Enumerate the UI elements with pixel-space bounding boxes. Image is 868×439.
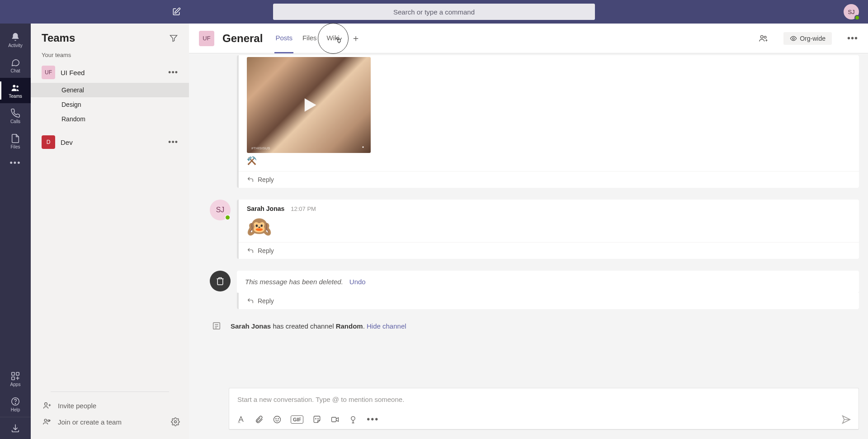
team-name: UI Feed: [61, 69, 85, 76]
channel-created-icon: [212, 321, 224, 331]
meet-now-icon[interactable]: [330, 415, 340, 424]
user-avatar[interactable]: SJ: [844, 4, 859, 19]
channel-design[interactable]: Design: [31, 97, 189, 112]
rail-apps[interactable]: Apps: [0, 366, 31, 391]
tab-wiki[interactable]: Wiki: [326, 24, 340, 53]
compose-input[interactable]: Start a new conversation. Type @ to ment…: [229, 388, 859, 410]
rail-chat[interactable]: Chat: [0, 52, 31, 78]
invite-people-link[interactable]: Invite people: [40, 397, 180, 414]
team-badge: UF: [42, 66, 55, 79]
message-card: #THISISUS ⚒️ Reply: [237, 55, 859, 188]
rail-more[interactable]: •••: [0, 154, 31, 172]
rail-activity[interactable]: Activity: [0, 27, 31, 52]
title-bar: Search or type a command SJ: [0, 0, 868, 24]
svg-point-12: [764, 36, 766, 38]
format-icon[interactable]: [236, 415, 245, 424]
reply-button[interactable]: Reply: [239, 293, 859, 309]
svg-point-15: [274, 416, 281, 423]
message-avatar[interactable]: SJ: [210, 200, 231, 220]
reaction[interactable]: ⚒️: [247, 156, 851, 166]
message-card: Sarah Jonas 12:07 PM 🙉 Reply: [237, 200, 859, 259]
tab-posts[interactable]: Posts: [274, 24, 293, 53]
reply-icon: [247, 176, 254, 183]
sidebar-title: Teams: [42, 32, 75, 44]
send-icon[interactable]: [841, 415, 851, 425]
team-name: Dev: [61, 138, 73, 146]
search-input[interactable]: Search or type a command: [273, 4, 595, 20]
svg-rect-2: [12, 372, 14, 375]
svg-point-18: [316, 418, 316, 419]
svg-point-1: [16, 86, 18, 87]
svg-point-21: [351, 416, 355, 420]
filter-icon[interactable]: [169, 33, 178, 43]
rail-files[interactable]: Files: [0, 129, 31, 154]
rail-download[interactable]: [0, 417, 31, 439]
system-message: Sarah Jonas has created channel Random. …: [210, 315, 859, 337]
sticker-icon[interactable]: [312, 415, 321, 424]
join-create-team-link[interactable]: Join or create a team: [40, 414, 123, 430]
attach-icon[interactable]: [255, 415, 264, 424]
compose-more-icon[interactable]: •••: [367, 414, 379, 425]
play-icon: [299, 95, 319, 115]
channel-general[interactable]: General: [31, 83, 189, 97]
reply-button[interactable]: Reply: [239, 171, 859, 188]
svg-point-10: [175, 421, 177, 423]
gif-icon[interactable]: GIF: [291, 415, 303, 424]
channel-header: UF General Posts Files Wiki ＋ Org-wide •…: [189, 24, 868, 53]
deleted-avatar: [210, 271, 231, 291]
reply-icon: [247, 297, 254, 305]
deleted-message: This message has been deleted. Undo: [237, 271, 859, 293]
main-area: UF General Posts Files Wiki ＋ Org-wide •…: [189, 24, 868, 439]
message-author: Sarah Jonas: [247, 205, 284, 212]
emoji-icon[interactable]: [273, 415, 282, 424]
team-more-icon[interactable]: •••: [168, 68, 178, 77]
svg-point-6: [15, 403, 15, 403]
app-rail: Activity Chat Teams Calls Files ••• Apps…: [0, 24, 31, 439]
svg-point-7: [45, 403, 47, 406]
channel-badge: UF: [199, 31, 214, 46]
svg-point-11: [761, 35, 764, 38]
sidebar-subheading: Your teams: [31, 48, 189, 62]
undo-link[interactable]: Undo: [349, 278, 366, 286]
settings-icon[interactable]: [171, 417, 180, 426]
svg-rect-20: [332, 417, 336, 422]
stream-icon[interactable]: [349, 415, 358, 424]
rail-teams[interactable]: Teams: [0, 78, 31, 103]
teams-sidebar: Teams Your teams UF UI Feed ••• General …: [31, 24, 189, 439]
svg-point-16: [276, 418, 276, 419]
trash-icon: [216, 277, 225, 286]
video-thumbnail[interactable]: #THISISUS: [247, 57, 371, 153]
channel-more-icon[interactable]: •••: [847, 33, 858, 43]
reply-button[interactable]: Reply: [239, 242, 859, 259]
join-team-icon: [42, 417, 52, 426]
deleted-text: This message has been deleted.: [245, 278, 343, 286]
add-tab-icon[interactable]: ＋: [349, 32, 363, 44]
presence-available-icon: [854, 15, 860, 20]
svg-point-19: [318, 418, 318, 419]
rail-help[interactable]: Help: [0, 391, 31, 417]
new-message-icon[interactable]: [172, 7, 181, 16]
rail-calls[interactable]: Calls: [0, 103, 31, 129]
team-more-icon[interactable]: •••: [168, 138, 178, 147]
svg-rect-3: [16, 372, 19, 375]
watermark: #THISISUS: [251, 146, 270, 150]
emoji: 🙉: [247, 215, 272, 238]
svg-rect-4: [12, 377, 14, 379]
tab-files[interactable]: Files: [302, 24, 318, 53]
members-icon[interactable]: [758, 33, 768, 43]
network-logo-icon: [359, 144, 367, 150]
privacy-indicator[interactable]: Org-wide: [783, 32, 832, 45]
compose-area: Start a new conversation. Type @ to ment…: [229, 388, 859, 430]
team-row-dev[interactable]: D Dev •••: [31, 132, 189, 153]
svg-point-0: [13, 85, 15, 87]
hide-channel-link[interactable]: Hide channel: [367, 322, 406, 330]
invite-icon: [42, 401, 52, 410]
svg-point-13: [793, 38, 794, 39]
svg-point-8: [44, 419, 47, 421]
team-row-ui-feed[interactable]: UF UI Feed •••: [31, 62, 189, 83]
channel-random[interactable]: Random: [31, 112, 189, 126]
message-time: 12:07 PM: [291, 205, 316, 212]
message-list: #THISISUS ⚒️ Reply SJ Sarah Jonas: [189, 53, 868, 386]
channel-title: General: [222, 32, 263, 45]
reply-icon: [247, 247, 254, 254]
